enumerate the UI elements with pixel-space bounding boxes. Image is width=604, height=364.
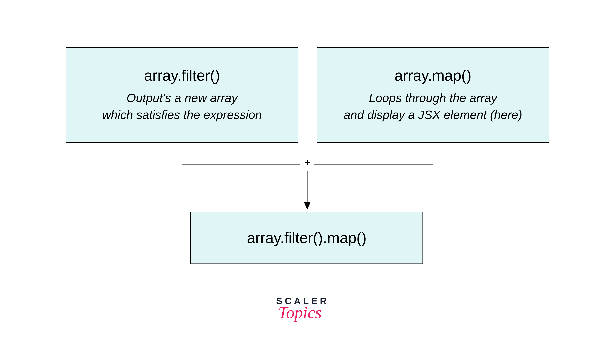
result-box-title: array.filter().map() bbox=[247, 229, 366, 247]
filter-box-description: Output's a new array which satisfies the… bbox=[102, 89, 262, 123]
map-description-line1: Loops through the array bbox=[369, 91, 497, 105]
map-box: array.map() Loops through the array and … bbox=[317, 47, 549, 143]
filter-description-line2: which satisfies the expression bbox=[102, 108, 262, 121]
svg-marker-5 bbox=[304, 202, 310, 210]
plus-icon: + bbox=[304, 156, 310, 168]
filter-box: array.filter() Output's a new array whic… bbox=[66, 47, 298, 143]
scaler-topics-logo: SCALER Topics bbox=[276, 296, 329, 322]
result-box: array.filter().map() bbox=[190, 212, 423, 264]
filter-description-line1: Output's a new array bbox=[126, 91, 238, 105]
filter-box-title: array.filter() bbox=[144, 67, 220, 84]
map-box-title: array.map() bbox=[395, 67, 472, 84]
diagram-container: array.filter() Output's a new array whic… bbox=[0, 0, 604, 364]
logo-text-topics: Topics bbox=[278, 303, 322, 322]
map-description-line2: and display a JSX element (here) bbox=[344, 108, 522, 121]
map-box-description: Loops through the array and display a JS… bbox=[344, 89, 522, 123]
